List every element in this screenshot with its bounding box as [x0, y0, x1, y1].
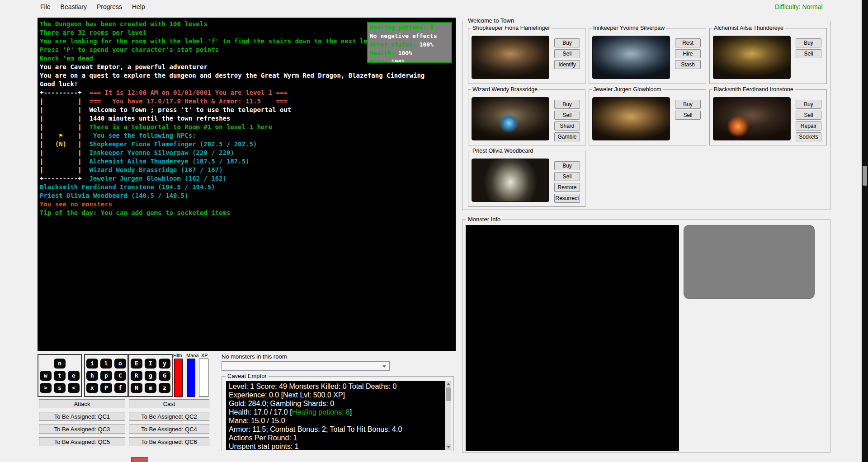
- npc-portrait-image: [472, 159, 549, 202]
- npc-innkeeper-yvonne-silverpaw-button-rest[interactable]: Rest: [675, 38, 701, 47]
- npc-wizard-wendy-brassridge-button-buy[interactable]: Buy: [554, 100, 580, 109]
- xp-bar-fill: [199, 359, 208, 397]
- npc-card-wizard-wendy-brassridge: Wizard Wendy BrassridgeBuySellShardGambl…: [468, 89, 585, 145]
- stats-scrollbar[interactable]: [445, 381, 451, 450]
- hotkey-g[interactable]: g: [145, 371, 156, 381]
- text-segment: |: [40, 132, 59, 139]
- npc-blacksmith-ferdinand-ironstone-button-repair[interactable]: Repair: [796, 121, 821, 131]
- hotkey-P[interactable]: P: [100, 383, 112, 393]
- text-segment: There are 32 rooms per level: [40, 29, 146, 36]
- scroll-up-icon[interactable]: [445, 381, 451, 387]
- cast-button[interactable]: Cast: [129, 399, 209, 408]
- npc-priest-olivia-woodbeard-button-sell[interactable]: Sell: [554, 172, 580, 181]
- xp-bar: [199, 359, 208, 397]
- hotkey-e[interactable]: e: [68, 371, 80, 381]
- hotkey-<[interactable]: <: [68, 383, 80, 393]
- npc-blacksmith-ferdinand-ironstone-button-sockets[interactable]: Sockets: [796, 132, 821, 141]
- npc-jeweler-jurgen-glowbloom-button-buy[interactable]: Buy: [675, 100, 701, 109]
- hotkey-z[interactable]: z: [159, 383, 170, 393]
- hotkey-i[interactable]: i: [86, 359, 98, 369]
- hotkey-E[interactable]: E: [131, 359, 142, 369]
- hotkey-x[interactable]: x: [86, 383, 98, 393]
- difficulty-label: Difficulty: Normal: [775, 3, 823, 10]
- npc-priest-olivia-woodbeard-button-restore[interactable]: Restore: [554, 183, 580, 192]
- partial-red-element: [131, 457, 148, 462]
- menu-item-progress[interactable]: Progress: [92, 1, 127, 13]
- text-segment: |: [40, 140, 55, 148]
- npc-blacksmith-ferdinand-ironstone-button-sell[interactable]: Sell: [796, 111, 821, 120]
- menu-item-help[interactable]: Help: [127, 1, 150, 13]
- hotkey-R[interactable]: R: [131, 371, 142, 381]
- window-scrollbar[interactable]: [862, 0, 868, 462]
- hotkey-f[interactable]: f: [114, 383, 126, 393]
- hotkey-o[interactable]: o: [114, 359, 126, 369]
- hotkey-n[interactable]: n: [54, 359, 66, 369]
- scroll-down-icon[interactable]: [445, 444, 451, 450]
- text-segment: Blacksmith Ferdinand Ironstone (194.5 / …: [40, 183, 215, 191]
- hotkey-w[interactable]: w: [40, 371, 52, 381]
- npc-alchemist-ailsa-thundereye-button-buy[interactable]: Buy: [796, 38, 821, 47]
- hotkey-group-1: nwte>s<: [38, 354, 82, 397]
- text-segment: Tip of the day: You can add gems to sock…: [40, 209, 230, 216]
- hotkey-t[interactable]: t: [54, 371, 66, 381]
- npc-shopkeeper-fiona-flamefinger-button-identify[interactable]: Identify: [554, 60, 580, 69]
- stats-scrollbar-thumb[interactable]: [446, 387, 451, 401]
- quick-cast-button-1[interactable]: To Be Assigned: QC1: [39, 412, 125, 421]
- hotkey-y[interactable]: y: [159, 359, 170, 369]
- npc-innkeeper-yvonne-silverpaw-button-hire[interactable]: Hire: [675, 49, 701, 58]
- menu-item-file[interactable]: File: [35, 1, 56, 13]
- hotkey-N[interactable]: N: [131, 383, 142, 393]
- hotkey-I[interactable]: I: [145, 359, 156, 369]
- text-segment: Welcome to Town ; press 't' to use the t…: [90, 106, 292, 113]
- npc-jeweler-jurgen-glowbloom-button-sell[interactable]: Sell: [675, 111, 701, 120]
- monster-dropdown[interactable]: [222, 361, 390, 371]
- text-segment: |: [63, 132, 90, 139]
- mana-bar-fill: [187, 359, 195, 397]
- quick-cast-button-6[interactable]: To Be Assigned: QC6: [129, 437, 209, 446]
- text-segment: Level: 1 Score: 49 Monsters Killed: 0 To…: [229, 383, 396, 390]
- hotkey-p[interactable]: p: [100, 371, 112, 381]
- npc-shopkeeper-fiona-flamefinger-button-buy[interactable]: Buy: [554, 38, 580, 47]
- terminal-line: Priest Olivia Woodbeard (140.5 / 140.5): [40, 191, 456, 200]
- npc-priest-olivia-woodbeard-button-buy[interactable]: Buy: [554, 161, 580, 170]
- text-segment: Wizard Wendy Brassridge (187 / 187): [90, 166, 223, 173]
- terminal-line: Good luck!: [40, 80, 456, 89]
- hotkey-s[interactable]: s: [54, 383, 66, 393]
- hotkey-C[interactable]: C: [114, 371, 126, 381]
- hotkey->[interactable]: >: [40, 383, 52, 393]
- text-segment: Actions Per Round: 1: [229, 434, 297, 442]
- terminal-line: | (N) | Shopkeeper Fiona Flamefinger (20…: [40, 140, 456, 149]
- npc-innkeeper-yvonne-silverpaw-button-stash[interactable]: Stash: [675, 60, 701, 69]
- terminal-line: | | Wizard Wendy Brassridge (187 / 187): [40, 166, 456, 174]
- npc-wizard-wendy-brassridge-button-sell[interactable]: Sell: [554, 111, 580, 120]
- mana-bar-label: Mana: [186, 353, 199, 358]
- npc-blacksmith-ferdinand-ironstone-button-buy[interactable]: Buy: [796, 100, 821, 109]
- text-segment: The Dungeon has been created with 100 le…: [40, 20, 208, 28]
- npc-wizard-wendy-brassridge-button-shard[interactable]: Shard: [554, 121, 580, 131]
- hotkey-h[interactable]: h: [86, 371, 98, 381]
- stat-line: Unspent stat points: 1: [229, 443, 443, 450]
- hotkey-G[interactable]: G: [159, 371, 170, 381]
- quick-cast-button-2[interactable]: To Be Assigned: QC2: [129, 412, 209, 421]
- hotkey-m[interactable]: m: [145, 383, 156, 393]
- quick-cast-button-5[interactable]: To Be Assigned: QC5: [39, 437, 125, 446]
- text-segment: Healing potions: 8: [370, 24, 434, 31]
- npc-shopkeeper-fiona-flamefinger-button-sell[interactable]: Sell: [554, 49, 580, 58]
- text-segment: ⚑: [59, 132, 62, 139]
- menu-item-beastiary[interactable]: Beastiary: [56, 1, 92, 13]
- npc-alchemist-ailsa-thundereye-button-sell[interactable]: Sell: [796, 49, 821, 58]
- attack-button[interactable]: Attack: [39, 399, 125, 408]
- text-segment: Innkeeper Yvonne Silverpaw (220 / 220): [90, 149, 234, 156]
- text-segment: (N): [55, 140, 66, 148]
- npc-priest-olivia-woodbeard-button-resurrect[interactable]: Resurrect: [554, 194, 580, 203]
- text-segment: Health: 17.0 / 17.0 [: [229, 408, 292, 416]
- npc-portrait-image: [592, 97, 670, 140]
- window-scrollbar-thumb[interactable]: [863, 166, 867, 186]
- npc-name: Shopkeeper Fiona Flamefinger: [471, 25, 552, 31]
- text-segment: | |: [40, 98, 90, 105]
- hotkey-l[interactable]: l: [100, 359, 112, 369]
- quick-cast-button-4[interactable]: To Be Assigned: QC4: [129, 425, 209, 434]
- tooltip-line: Health: 100%: [370, 50, 449, 58]
- npc-wizard-wendy-brassridge-button-gamble[interactable]: Gamble: [554, 132, 580, 141]
- quick-cast-button-3[interactable]: To Be Assigned: QC3: [39, 425, 125, 434]
